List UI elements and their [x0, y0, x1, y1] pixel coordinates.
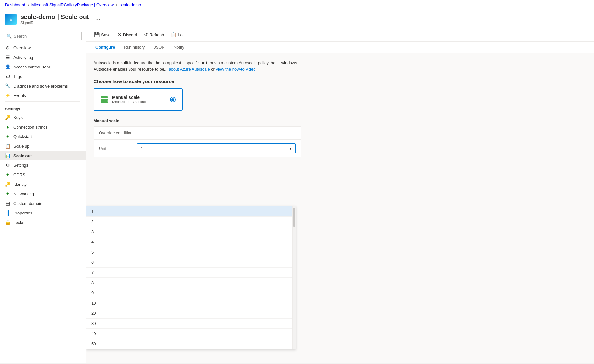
- popup-scrollbar-thumb[interactable]: [293, 208, 295, 227]
- search-icon: 🔍: [7, 34, 12, 38]
- cors-icon: ✦: [5, 172, 10, 177]
- sidebar: 🔍 ⊙ Overview ☰ Activity log 👤 Access con…: [0, 28, 86, 363]
- dropdown-popup-list: 1 2 3 4 5 6 7 8 9 10 20 30 40 50: [86, 206, 292, 349]
- overview-icon: ⊙: [5, 45, 10, 50]
- more-options-button[interactable]: ···: [95, 16, 100, 23]
- manual-scale-subtitle: Maintain a fixed unit: [112, 100, 146, 104]
- override-condition-row: Override condition: [94, 126, 301, 139]
- tab-bar: Configure Run history JSON Notify: [86, 42, 594, 53]
- settings-icon: ⚙: [5, 163, 10, 168]
- tab-json[interactable]: JSON: [149, 42, 169, 53]
- nav-item-scale-out[interactable]: 📊 Scale out: [0, 151, 86, 160]
- networking-icon: ✦: [5, 191, 10, 196]
- page-header: ⊞ scale-demo | Scale out SignalR ···: [0, 10, 594, 28]
- manual-scale-title: Manual scale: [112, 95, 146, 100]
- scale-up-icon: 📋: [5, 144, 10, 149]
- custom-domain-icon: ▤: [5, 201, 10, 206]
- dropdown-option-20[interactable]: 20: [86, 308, 292, 318]
- dropdown-option-3[interactable]: 3: [86, 227, 292, 237]
- dropdown-option-8[interactable]: 8: [86, 278, 292, 288]
- manual-scale-card[interactable]: Manual scale Maintain a fixed unit: [94, 88, 183, 111]
- dropdown-option-30[interactable]: 30: [86, 318, 292, 329]
- nav-item-events[interactable]: ⚡ Events: [0, 91, 86, 100]
- nav-item-connection-strings[interactable]: ♦ Connection strings: [0, 122, 86, 132]
- settings-section-label: Settings: [0, 103, 86, 113]
- nav-item-quickstart[interactable]: ✦ Quickstart: [0, 132, 86, 141]
- search-input[interactable]: [14, 34, 79, 38]
- unit-dropdown-wrapper: 1 2 3 4 5 6 7 8 9 10 20 30 40 50: [137, 144, 296, 153]
- identity-icon: 🔑: [5, 182, 10, 187]
- nav-item-overview[interactable]: ⊙ Overview: [0, 43, 86, 52]
- popup-scrollbar[interactable]: [292, 206, 296, 349]
- nav-item-scale-up[interactable]: 📋 Scale up: [0, 141, 86, 151]
- scale-heading: Choose how to scale your resource: [94, 79, 301, 84]
- manual-scale-label: Manual scale: [94, 118, 301, 123]
- resource-icon: ⊞: [5, 14, 17, 25]
- breadcrumb-overview[interactable]: Microsoft.SignalRGalleryPackage | Overvi…: [31, 3, 114, 7]
- nav-item-networking[interactable]: ✦ Networking: [0, 189, 86, 199]
- nav-item-tags[interactable]: 🏷 Tags: [0, 72, 86, 81]
- save-icon: 💾: [94, 32, 100, 37]
- nav-item-properties[interactable]: ▐ Properties: [0, 208, 86, 218]
- scale-out-icon: 📊: [5, 153, 10, 158]
- discard-button[interactable]: ✕ Discard: [115, 31, 140, 39]
- events-icon: ⚡: [5, 93, 10, 98]
- nav-item-keys[interactable]: 🔑 Keys: [0, 113, 86, 122]
- diagnose-icon: 🔧: [5, 83, 10, 88]
- nav-item-settings[interactable]: ⚙ Settings: [0, 160, 86, 170]
- quickstart-icon: ✦: [5, 134, 10, 139]
- unit-row: Unit 1 2 3 4 5 6 7 8 9 10 20 30: [94, 139, 301, 158]
- autoscale-link[interactable]: about Azure Autoscale: [169, 67, 210, 72]
- nav-item-locks[interactable]: 🔒 Locks: [0, 218, 86, 227]
- tab-configure[interactable]: Configure: [91, 42, 119, 53]
- dropdown-option-4[interactable]: 4: [86, 237, 292, 247]
- search-box[interactable]: 🔍: [4, 32, 82, 40]
- nav-item-activity-log[interactable]: ☰ Activity log: [0, 52, 86, 62]
- page-title: scale-demo | Scale out: [20, 13, 89, 21]
- dropdown-option-50[interactable]: 50: [86, 339, 292, 349]
- tags-icon: 🏷: [5, 74, 10, 79]
- breadcrumb-resource[interactable]: scale-demo: [120, 3, 141, 7]
- unit-dropdown[interactable]: 1 2 3 4 5 6 7 8 9 10 20 30 40 50: [137, 144, 296, 153]
- logs-button[interactable]: 📋 Lo...: [168, 31, 189, 39]
- locks-icon: 🔒: [5, 220, 10, 225]
- nav-item-identity[interactable]: 🔑 Identity: [0, 179, 86, 189]
- override-condition-label: Override condition: [99, 130, 137, 135]
- save-button[interactable]: 💾 Save: [91, 31, 114, 39]
- dropdown-option-2[interactable]: 2: [86, 217, 292, 227]
- tab-run-history[interactable]: Run history: [119, 42, 149, 53]
- tab-notify[interactable]: Notify: [169, 42, 189, 53]
- configure-description: Autoscale is a built-in feature that hel…: [94, 60, 301, 72]
- access-control-icon: 👤: [5, 64, 10, 69]
- activity-log-icon: ☰: [5, 55, 10, 60]
- connection-strings-icon: ♦: [5, 124, 10, 130]
- properties-icon: ▐: [5, 210, 10, 215]
- dropdown-option-10[interactable]: 10: [86, 298, 292, 308]
- howto-link[interactable]: view the how-to video: [216, 67, 255, 72]
- refresh-button[interactable]: ↺ Refresh: [141, 31, 167, 39]
- configure-area: Autoscale is a built-in feature that hel…: [86, 53, 309, 164]
- nav-divider: [5, 102, 80, 102]
- dropdown-option-7[interactable]: 7: [86, 268, 292, 278]
- nav-item-diagnose[interactable]: 🔧 Diagnose and solve problems: [0, 81, 86, 91]
- manual-scale-radio[interactable]: [170, 97, 176, 102]
- toolbar: 💾 Save ✕ Discard ↺ Refresh 📋 Lo...: [86, 28, 594, 42]
- breadcrumb-dashboard[interactable]: Dashboard: [5, 3, 25, 7]
- keys-icon: 🔑: [5, 115, 10, 120]
- logs-icon: 📋: [171, 32, 176, 37]
- dropdown-option-5[interactable]: 5: [86, 247, 292, 257]
- dropdown-option-6[interactable]: 6: [86, 257, 292, 268]
- resource-type: SignalR: [20, 21, 89, 25]
- dropdown-option-9[interactable]: 9: [86, 288, 292, 298]
- dropdown-popup: 1 2 3 4 5 6 7 8 9 10 20 30 40 50: [86, 206, 296, 349]
- breadcrumb: Dashboard › Microsoft.SignalRGalleryPack…: [0, 0, 594, 10]
- unit-label: Unit: [99, 146, 137, 151]
- nav-item-access-control[interactable]: 👤 Access control (IAM): [0, 62, 86, 72]
- main-content: 💾 Save ✕ Discard ↺ Refresh 📋 Lo... Confi…: [86, 28, 594, 363]
- nav-item-cors[interactable]: ✦ CORS: [0, 170, 86, 179]
- manual-scale-icon: [101, 96, 108, 103]
- dropdown-option-1[interactable]: 1: [86, 206, 292, 217]
- discard-icon: ✕: [118, 32, 122, 37]
- dropdown-option-40[interactable]: 40: [86, 329, 292, 339]
- nav-item-custom-domain[interactable]: ▤ Custom domain: [0, 199, 86, 208]
